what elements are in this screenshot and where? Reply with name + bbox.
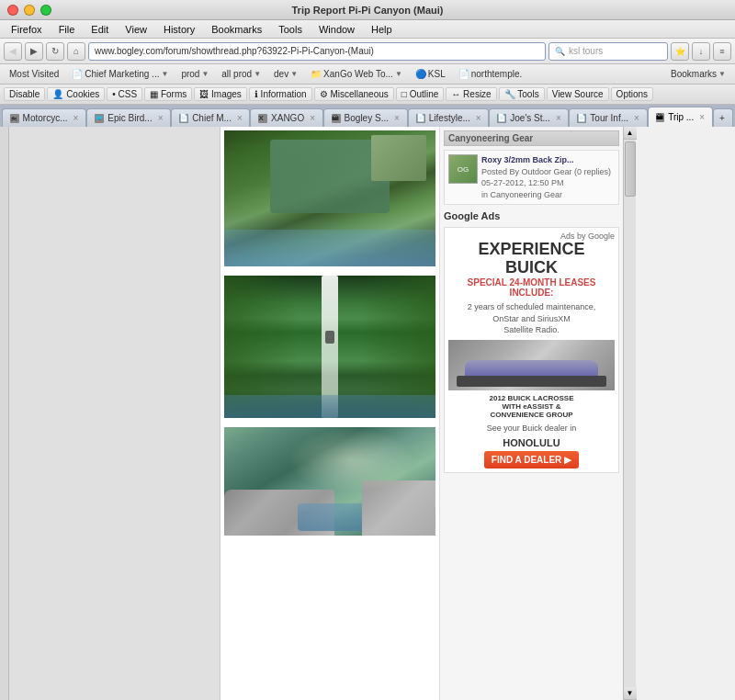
tab-tourinf[interactable]: 📄 Tour Inf... ×	[569, 108, 647, 127]
tab-lifestyle[interactable]: 📄 Lifestyle... ×	[408, 108, 489, 127]
ext-forms[interactable]: ▦ Forms	[144, 87, 192, 101]
ext-viewsource[interactable]: View Source	[547, 87, 609, 101]
bookmark-all-prod[interactable]: all prod ▼	[216, 68, 266, 80]
post-meta-author: Posted By Outdoor Gear (0 replies)	[481, 166, 611, 178]
tab-favicon-motorcyc: 🏍	[10, 114, 19, 123]
tab-trip[interactable]: 🏔 Trip ... ×	[648, 107, 714, 127]
home-button[interactable]: ⌂	[67, 42, 85, 61]
extensions-bar: Disable 👤 Cookies • CSS ▦ Forms 🖼 Images…	[0, 85, 735, 105]
tab-label-motorcyc: Motorcyc...	[23, 113, 68, 123]
ext-options[interactable]: Options	[611, 87, 653, 101]
ad-buick[interactable]: Ads by Google EXPERIENCE BUICK SPECIAL 2…	[444, 227, 619, 473]
car-label3: CONVENIENCE GROUP	[448, 411, 615, 419]
tab-close-motorcyc[interactable]: ×	[73, 113, 78, 123]
nav-extra2[interactable]: ↓	[692, 42, 710, 61]
sidebar-post-item[interactable]: OG Roxy 3/2mm Back Zip... Posted By Outd…	[444, 150, 619, 205]
window-title: Trip Report Pi-Pi Canyon (Maui)	[291, 5, 443, 16]
maximize-button[interactable]	[40, 5, 51, 16]
scroll-thumb[interactable]	[625, 141, 636, 197]
post-info: Roxy 3/2mm Back Zip... Posted By Outdoor…	[481, 154, 611, 200]
search-text: ksl tours	[569, 46, 603, 56]
menu-file[interactable]: File	[51, 22, 83, 37]
bookmark-ksl[interactable]: 🔵 KSL	[410, 68, 451, 80]
nav-bar: ◀ ▶ ↻ ⌂ www.bogley.com/forum/showthread.…	[0, 39, 735, 64]
ext-images[interactable]: 🖼 Images	[194, 87, 247, 101]
address-bar[interactable]: www.bogley.com/forum/showthread.php?6392…	[88, 42, 546, 61]
tab-favicon-bogley: 🏔	[332, 114, 341, 123]
tab-favicon-joes: 📄	[497, 114, 506, 123]
scroll-down-arrow[interactable]: ▼	[624, 687, 637, 700]
ad-city: HONOLULU	[448, 437, 615, 448]
title-bar: Trip Report Pi-Pi Canyon (Maui)	[0, 0, 735, 20]
tab-label-epicbird: Epic Bird...	[107, 113, 152, 123]
tab-close-epicbird[interactable]: ×	[158, 113, 164, 123]
tab-favicon-xango: X	[258, 114, 267, 123]
find-dealer-button[interactable]: FIND A DEALER ▶	[484, 451, 579, 469]
menu-help[interactable]: Help	[364, 22, 400, 37]
ext-resize[interactable]: ↔ Resize	[446, 87, 496, 101]
tab-close-tourinf[interactable]: ×	[634, 113, 639, 123]
tab-close-chiefm[interactable]: ×	[237, 113, 243, 123]
tab-close-joes[interactable]: ×	[556, 113, 561, 123]
tab-label-chiefm: Chief M...	[192, 113, 232, 123]
ad-headline1: EXPERIENCE	[448, 241, 615, 259]
tab-label-bogley: Bogley S...	[345, 113, 389, 123]
tab-close-trip[interactable]: ×	[699, 112, 705, 122]
tab-motorcyc[interactable]: 🏍 Motorcyc... ×	[2, 108, 86, 127]
minimize-button[interactable]	[24, 5, 35, 16]
tab-favicon-chiefm: 📄	[179, 114, 188, 123]
close-button[interactable]	[7, 5, 18, 16]
menu-view[interactable]: View	[118, 22, 154, 37]
post-meta-date: 05-27-2012, 12:50 PM	[481, 177, 611, 189]
bookmark-all[interactable]: Bookmarks ▼	[665, 68, 731, 80]
tab-joes[interactable]: 📄 Joe's St... ×	[489, 108, 569, 127]
post-meta-category: in Canyoneering Gear	[481, 189, 611, 201]
menu-window[interactable]: Window	[311, 22, 362, 37]
tab-close-xango[interactable]: ×	[310, 113, 315, 123]
ext-disable[interactable]: Disable	[4, 87, 45, 101]
ext-miscellaneous[interactable]: ⚙ Miscellaneous	[314, 87, 394, 101]
bookmark-xango[interactable]: 📁 XanGo Web To... ▼	[305, 68, 408, 80]
ad-tagline: SPECIAL 24-MONTH LEASES INCLUDE:	[448, 277, 615, 298]
page-scrollbar[interactable]: ▲ ▼	[623, 127, 636, 700]
tab-close-lifestyle[interactable]: ×	[476, 113, 481, 123]
window-controls[interactable]	[7, 5, 51, 16]
ad-headline2: BUICK	[448, 259, 615, 277]
bookmark-prod[interactable]: prod ▼	[175, 68, 214, 80]
photo-canyoneering-group	[224, 130, 435, 266]
nav-extra3[interactable]: ≡	[713, 42, 731, 61]
tab-newtab[interactable]: +	[713, 108, 733, 127]
menu-bar: Firefox File Edit View History Bookmarks…	[0, 20, 735, 39]
post-title[interactable]: Roxy 3/2mm Back Zip...	[481, 154, 611, 166]
bookmark-dev[interactable]: dev ▼	[268, 68, 303, 80]
ext-tools[interactable]: 🔧 Tools	[499, 87, 545, 101]
nav-extra1[interactable]: ⭐	[671, 42, 689, 61]
scroll-up-arrow[interactable]: ▲	[624, 127, 637, 140]
ext-information[interactable]: ℹ Information	[249, 87, 312, 101]
menu-history[interactable]: History	[156, 22, 202, 37]
search-bar[interactable]: 🔍 ksl tours	[548, 42, 668, 61]
bookmark-chief-marketing[interactable]: 📄 Chief Marketing ... ▼	[66, 68, 174, 80]
tab-bogley[interactable]: 🏔 Bogley S... ×	[323, 108, 408, 127]
forward-button[interactable]: ▶	[25, 42, 43, 61]
bookmark-northtemple[interactable]: 📄 northtemple.	[453, 68, 528, 80]
ext-css[interactable]: • CSS	[107, 87, 142, 101]
tab-xango[interactable]: X XANGO ×	[250, 108, 323, 127]
ad-city-text: See your Buick dealer in	[448, 423, 615, 435]
bookmark-most-visited[interactable]: Most Visited	[4, 68, 64, 80]
menu-edit[interactable]: Edit	[84, 22, 116, 37]
ext-outline[interactable]: □ Outline	[396, 87, 445, 101]
menu-firefox[interactable]: Firefox	[4, 22, 50, 37]
bookmarks-bar: Most Visited 📄 Chief Marketing ... ▼ pro…	[0, 64, 735, 85]
ext-cookies[interactable]: 👤 Cookies	[47, 87, 105, 101]
car-label2: WITH eASSIST &	[448, 402, 615, 411]
tab-epicbird[interactable]: 🐦 Epic Bird... ×	[86, 108, 171, 127]
left-sidebar	[0, 127, 9, 700]
reload-button[interactable]: ↻	[46, 42, 64, 61]
back-button[interactable]: ◀	[4, 42, 22, 61]
tab-chiefm[interactable]: 📄 Chief M... ×	[171, 108, 250, 127]
menu-bookmarks[interactable]: Bookmarks	[204, 22, 269, 37]
ad-body1: 2 years of scheduled maintenance, OnStar…	[448, 301, 615, 336]
tab-close-bogley[interactable]: ×	[394, 113, 400, 123]
menu-tools[interactable]: Tools	[271, 22, 310, 37]
